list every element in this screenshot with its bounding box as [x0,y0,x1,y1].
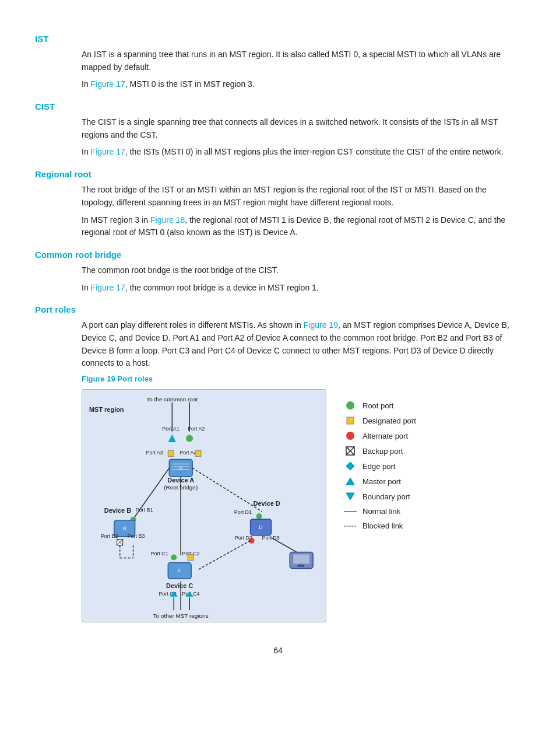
legend-normal-link: Normal link [344,507,416,516]
diagram-area: MST region To the common root Port A1 Po… [82,389,326,622]
ist-para2: In Figure 17, MSTI 0 is the IST in MST r… [82,78,521,91]
regional-root-para1: The root bridge of the IST or an MSTI wi… [82,184,521,209]
svg-rect-41 [188,555,193,561]
cist-figure17-link[interactable]: Figure 17 [91,147,125,156]
legend-backup-port: Backup port [344,446,416,456]
edge-port-icon [344,461,357,471]
svg-marker-71 [346,462,354,470]
page-number: 64 [35,646,521,655]
svg-text:MST region: MST region [89,406,124,413]
designated-port-icon [344,416,357,425]
legend-master-port: Master port [344,477,416,486]
svg-text:Device C: Device C [166,582,193,589]
ist-section: IST An IST is a spanning tree that runs … [35,34,521,91]
svg-point-53 [256,513,262,519]
legend-root-port-label: Root port [363,401,393,410]
svg-text:C: C [178,568,182,573]
svg-text:Port B2: Port B2 [101,533,118,539]
legend-blocked-link: Blocked link [344,522,416,530]
ist-heading: IST [35,34,521,44]
svg-point-67 [346,432,354,440]
svg-rect-61 [293,555,309,564]
svg-text:Port A1: Port A1 [162,426,179,432]
svg-rect-0 [82,390,326,622]
svg-text:Device B: Device B [104,507,131,514]
cist-para1: The CIST is a single spanning tree that … [82,116,521,141]
legend-boundary-port-label: Boundary port [363,492,410,501]
legend-area: Root port Designated port Alternate port [344,389,416,530]
port-roles-figure19-link[interactable]: Figure 19 [304,320,338,330]
svg-text:Port D3: Port D3 [262,535,280,541]
cist-heading: CIST [35,102,521,111]
port-roles-section: Port roles A port can play different rol… [35,304,521,622]
svg-text:Port A2: Port A2 [188,426,205,432]
svg-rect-10 [168,450,174,456]
svg-text:Port A4: Port A4 [180,450,196,456]
svg-text:Port D1: Port D1 [234,509,252,515]
common-root-bridge-section: Common root bridge The common root bridg… [35,250,521,294]
port-roles-para1: A port can play different roles in diffe… [82,319,521,370]
svg-text:Port A3: Port A3 [146,450,163,456]
root-port-icon [344,401,357,410]
boundary-port-icon [344,492,357,501]
master-port-icon [344,477,357,486]
cist-para2: In Figure 17, the ISTs (MSTI 0) in all M… [82,146,521,159]
regional-root-heading: Regional root [35,169,521,179]
ist-para1: An IST is a spanning tree that runs in a… [82,48,521,74]
figure19-container: MST region To the common root Port A1 Po… [82,389,521,622]
svg-text:A: A [179,465,182,471]
cist-section: CIST The CIST is a single spanning tree … [35,102,521,159]
legend-normal-link-label: Normal link [363,507,400,516]
regional-root-section: Regional root The root bridge of the IST… [35,169,521,239]
svg-point-65 [346,401,354,410]
svg-marker-73 [346,493,354,500]
port-roles-heading: Port roles [35,304,521,314]
svg-text:Port B3: Port B3 [128,533,145,539]
svg-text:Port B1: Port B1 [136,507,153,513]
svg-point-8 [186,435,193,442]
legend-boundary-port: Boundary port [344,492,416,501]
svg-text:Device D: Device D [254,500,280,507]
svg-marker-72 [346,478,354,485]
common-root-bridge-heading: Common root bridge [35,250,521,260]
common-root-bridge-para2: In Figure 17, the common root bridge is … [82,282,521,295]
legend-root-port: Root port [344,401,416,410]
svg-text:B: B [123,526,126,531]
svg-text:To the common root: To the common root [146,396,198,402]
ist-figure17-link[interactable]: Figure 17 [91,79,125,89]
svg-rect-12 [195,450,201,456]
svg-text:Port C1: Port C1 [150,551,168,556]
legend-backup-port-label: Backup port [363,447,403,456]
legend-designated-port: Designated port [344,416,416,425]
figure19-caption: Figure 19 Port roles [82,374,521,383]
normal-link-icon [344,509,357,514]
svg-rect-66 [347,417,354,424]
legend-edge-port-label: Edge port [363,462,395,471]
common-root-bridge-para1: The common root bridge is the root bridg… [82,264,521,277]
blocked-link-icon [344,523,357,529]
svg-point-39 [171,555,177,561]
svg-text:D: D [259,524,263,530]
legend-edge-port: Edge port [344,461,416,471]
legend-master-port-label: Master port [363,477,401,486]
svg-text:To other MST regions: To other MST regions [153,612,209,619]
regional-root-figure18-link[interactable]: Figure 18 [150,215,185,225]
svg-rect-63 [297,565,304,566]
legend-designated-port-label: Designated port [363,416,416,425]
legend-alternate-port-label: Alternate port [363,432,408,440]
regional-root-para2: In MST region 3 in Figure 18, the region… [82,214,521,239]
common-root-bridge-figure17-link[interactable]: Figure 17 [91,283,125,292]
alternate-port-icon [344,431,357,440]
legend-alternate-port: Alternate port [344,431,416,440]
backup-port-icon [344,446,357,456]
legend-blocked-link-label: Blocked link [363,522,403,530]
